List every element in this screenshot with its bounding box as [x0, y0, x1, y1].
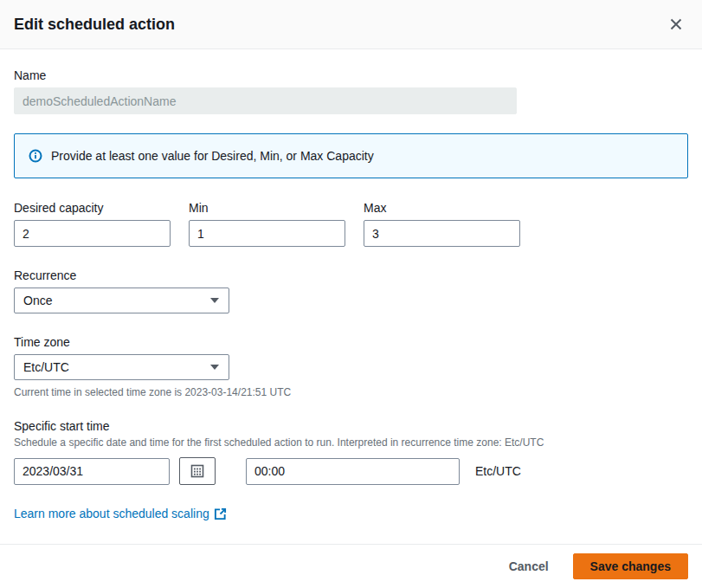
start-date-input[interactable]: [14, 458, 170, 485]
specific-start-time-section: Specific start time Schedule a specific …: [14, 419, 688, 485]
name-input: [14, 87, 517, 114]
save-changes-button[interactable]: Save changes: [573, 553, 688, 579]
external-link-icon: [214, 507, 227, 520]
start-time-input[interactable]: [246, 458, 460, 485]
close-button[interactable]: [666, 14, 686, 35]
specific-start-time-label: Specific start time: [14, 419, 688, 433]
link-row: Learn more about scheduled scaling: [14, 507, 688, 520]
timezone-suffix-label: Etc/UTC: [475, 464, 521, 478]
recurrence-selected-value: Once: [23, 294, 52, 307]
desired-capacity-group: Desired capacity: [14, 201, 171, 247]
start-time-row: Etc/UTC: [14, 457, 688, 485]
desired-capacity-input[interactable]: [14, 220, 171, 247]
modal-body: Name Provide at least one value for Desi…: [0, 49, 702, 544]
learn-more-link[interactable]: Learn more about scheduled scaling: [14, 507, 227, 520]
capacity-row: Desired capacity Min Max: [14, 201, 688, 247]
recurrence-group: Recurrence Once: [14, 268, 688, 313]
min-label: Min: [189, 201, 345, 215]
close-icon: [669, 17, 683, 31]
calendar-icon: [190, 464, 204, 478]
max-input[interactable]: [364, 220, 520, 247]
chevron-down-icon: [209, 297, 220, 304]
recurrence-select[interactable]: Once: [14, 288, 229, 313]
max-label: Max: [364, 201, 520, 215]
page-title: Edit scheduled action: [14, 16, 175, 34]
info-icon: [29, 149, 42, 163]
timezone-group: Time zone Etc/UTC Current time in select…: [14, 335, 688, 398]
desired-capacity-label: Desired capacity: [14, 201, 171, 215]
current-time-helper: Current time in selected time zone is 20…: [14, 386, 688, 398]
min-capacity-group: Min: [189, 201, 345, 247]
info-alert: Provide at least one value for Desired, …: [14, 133, 688, 178]
timezone-select[interactable]: Etc/UTC: [14, 354, 229, 380]
modal-header: Edit scheduled action: [0, 0, 702, 49]
name-label: Name: [14, 68, 688, 82]
timezone-label: Time zone: [14, 335, 688, 349]
alert-text: Provide at least one value for Desired, …: [51, 149, 374, 163]
specific-start-time-description: Schedule a specific date and time for th…: [14, 436, 688, 449]
name-field-group: Name: [14, 68, 688, 114]
timezone-selected-value: Etc/UTC: [23, 360, 69, 374]
min-input[interactable]: [189, 220, 345, 247]
recurrence-label: Recurrence: [14, 268, 688, 282]
edit-scheduled-action-modal: Edit scheduled action Name: [0, 0, 702, 588]
calendar-picker-button[interactable]: [179, 457, 216, 485]
cancel-button[interactable]: Cancel: [509, 559, 549, 573]
modal-footer: Cancel Save changes: [0, 544, 702, 588]
chevron-down-icon: [209, 364, 220, 371]
learn-more-link-label: Learn more about scheduled scaling: [14, 507, 209, 520]
max-capacity-group: Max: [364, 201, 520, 247]
